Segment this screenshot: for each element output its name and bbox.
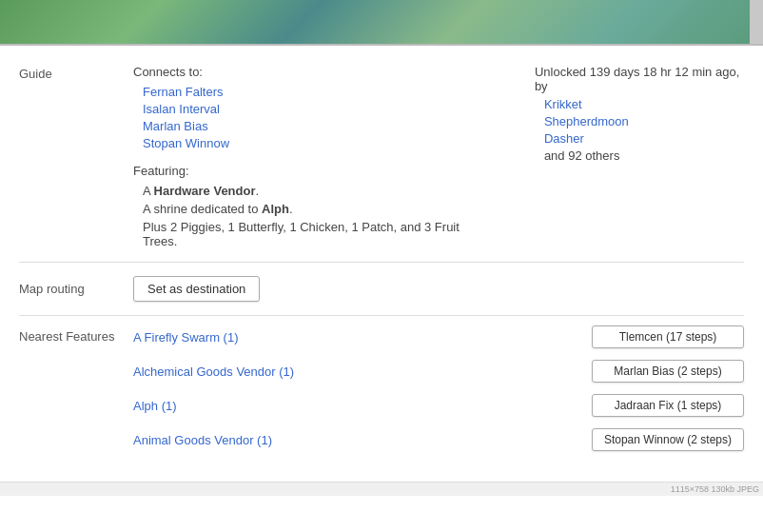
connects-link-1[interactable]: Isalan Interval bbox=[143, 102, 478, 116]
nearest-feature-link-1[interactable]: Alchemical Goods Vendor (1) bbox=[133, 365, 294, 379]
nearest-row-2: Alph (1) Jadraan Fix (1 steps) bbox=[133, 394, 744, 417]
map-routing-section: Map routing Set as destination bbox=[19, 263, 744, 316]
image-status: 1115×758 130kb JPEG bbox=[0, 482, 763, 496]
unlock-name-0[interactable]: Krikket bbox=[544, 97, 744, 111]
nearest-row-1: Alchemical Goods Vendor (1) Marlan Bias … bbox=[133, 360, 744, 383]
nearest-route-btn-0[interactable]: Tlemcen (17 steps) bbox=[592, 325, 744, 348]
nearest-feature-link-3[interactable]: Animal Goods Vendor (1) bbox=[133, 433, 272, 447]
scrollbar[interactable] bbox=[750, 0, 763, 44]
guide-section: Guide Connects to: Fernan Falters Isalan… bbox=[19, 55, 744, 263]
guide-body: Connects to: Fernan Falters Isalan Inter… bbox=[133, 65, 744, 252]
unlock-others: and 92 others bbox=[544, 148, 744, 163]
nearest-row-0: A Firefly Swarm (1) Tlemcen (17 steps) bbox=[133, 325, 744, 348]
nearest-feature-link-0[interactable]: A Firefly Swarm (1) bbox=[133, 330, 239, 345]
nearest-route-btn-3[interactable]: Stopan Winnow (2 steps) bbox=[592, 428, 744, 451]
featuring-item-2: Plus 2 Piggies, 1 Butterfly, 1 Chicken, … bbox=[143, 220, 478, 248]
unlock-name-2[interactable]: Dasher bbox=[544, 131, 744, 146]
connects-featuring-col: Connects to: Fernan Falters Isalan Inter… bbox=[133, 65, 478, 252]
connects-link-2[interactable]: Marlan Bias bbox=[143, 119, 478, 133]
unlock-col: Unlocked 139 days 18 hr 12 min ago, by K… bbox=[535, 65, 744, 252]
featuring-item-0: A Hardware Vendor. bbox=[143, 184, 478, 198]
nearest-row-3: Animal Goods Vendor (1) Stopan Winnow (2… bbox=[133, 428, 744, 451]
connects-link-0[interactable]: Fernan Falters bbox=[143, 85, 478, 99]
nearest-features-section: Nearest Features A Firefly Swarm (1) Tle… bbox=[19, 316, 744, 472]
guide-label: Guide bbox=[19, 65, 133, 252]
set-as-destination-button[interactable]: Set as destination bbox=[133, 276, 260, 302]
nearest-feature-link-2[interactable]: Alph (1) bbox=[133, 399, 177, 413]
nearest-features-label: Nearest Features bbox=[19, 325, 133, 463]
unlock-header: Unlocked 139 days 18 hr 12 min ago, by bbox=[535, 65, 744, 93]
nearest-features-body: A Firefly Swarm (1) Tlemcen (17 steps) A… bbox=[133, 325, 744, 463]
featuring-header: Featuring: bbox=[133, 164, 478, 178]
map-routing-label: Map routing bbox=[19, 282, 133, 296]
nearest-route-btn-1[interactable]: Marlan Bias (2 steps) bbox=[592, 360, 744, 383]
connects-header: Connects to: bbox=[133, 65, 478, 79]
nearest-route-btn-2[interactable]: Jadraan Fix (1 steps) bbox=[592, 394, 744, 417]
guide-columns: Connects to: Fernan Falters Isalan Inter… bbox=[133, 65, 744, 252]
featuring-item-1: A shrine dedicated to Alph. bbox=[143, 202, 478, 216]
unlock-name-1[interactable]: Shepherdmoon bbox=[544, 114, 744, 128]
map-banner bbox=[0, 0, 763, 46]
connects-link-3[interactable]: Stopan Winnow bbox=[143, 136, 478, 150]
